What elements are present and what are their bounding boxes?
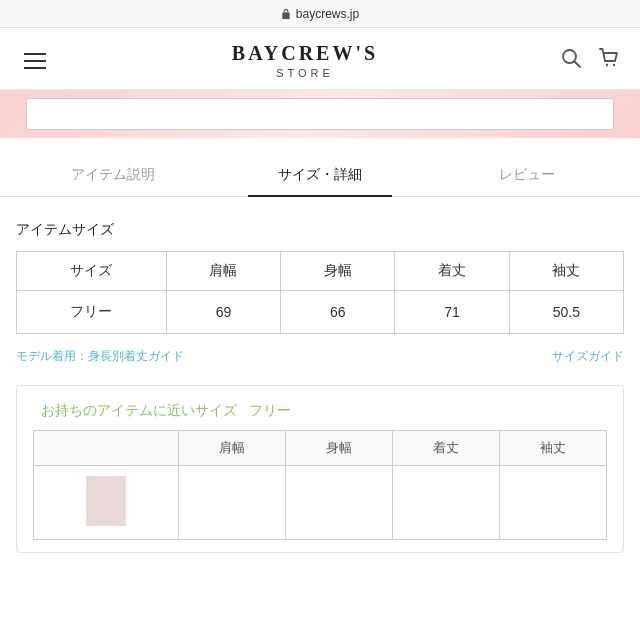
- brand-logo: BAYCREW'S STORE: [232, 42, 378, 79]
- rec-cell-sleeve: [500, 466, 607, 540]
- cell-length: 71: [395, 291, 509, 334]
- recommend-box: お持ちのアイテムに近いサイズ フリー 肩幅 身幅 着丈 袖丈: [16, 385, 624, 553]
- svg-point-3: [606, 64, 608, 66]
- content-area: アイテムサイズ サイズ 肩幅 身幅 着丈 袖丈 フリー 69 66 71 50.…: [0, 197, 640, 569]
- recommend-title: お持ちのアイテムに近いサイズ フリー: [33, 402, 607, 420]
- pink-banner: [0, 90, 640, 138]
- cell-size: フリー: [17, 291, 167, 334]
- tabs-container: アイテム説明 サイズ・詳細 レビュー: [0, 156, 640, 197]
- col-body: 身幅: [281, 252, 395, 291]
- menu-button[interactable]: [20, 49, 50, 73]
- col-sleeve: 袖丈: [509, 252, 623, 291]
- rec-col-body: 身幅: [286, 431, 393, 466]
- col-shoulder: 肩幅: [166, 252, 280, 291]
- table-row: フリー 69 66 71 50.5: [17, 291, 624, 334]
- brand-sub: STORE: [232, 67, 378, 79]
- rec-col-length: 着丈: [393, 431, 500, 466]
- brand-name: BAYCREW'S: [232, 42, 378, 65]
- product-thumbnail: [86, 476, 126, 526]
- rec-cell-length: [393, 466, 500, 540]
- cell-sleeve: 50.5: [509, 291, 623, 334]
- status-bar: baycrews.jp: [0, 0, 640, 28]
- cell-body: 66: [281, 291, 395, 334]
- tab-review[interactable]: レビュー: [423, 156, 630, 196]
- svg-line-2: [574, 62, 580, 68]
- recommend-size-label: フリー: [249, 402, 291, 418]
- rec-cell-body: [286, 466, 393, 540]
- rec-col-shoulder: 肩幅: [179, 431, 286, 466]
- cart-icon[interactable]: [598, 47, 620, 74]
- tab-size[interactable]: サイズ・詳細: [217, 156, 424, 196]
- header-icons: [560, 47, 620, 74]
- col-length: 着丈: [395, 252, 509, 291]
- recommend-table: 肩幅 身幅 着丈 袖丈: [33, 430, 607, 540]
- search-input[interactable]: [26, 98, 615, 130]
- url-text: baycrews.jp: [296, 7, 359, 21]
- recommend-row: [34, 466, 607, 540]
- size-table: サイズ 肩幅 身幅 着丈 袖丈 フリー 69 66 71 50.5: [16, 251, 624, 334]
- search-icon[interactable]: [560, 47, 582, 74]
- svg-point-4: [613, 64, 615, 66]
- model-guide-link[interactable]: モデル着用：身長別着丈ガイド: [16, 348, 184, 365]
- rec-col-img: [34, 431, 179, 466]
- cell-shoulder: 69: [166, 291, 280, 334]
- lock-icon: [281, 8, 291, 20]
- tab-description[interactable]: アイテム説明: [10, 156, 217, 196]
- size-guide-link[interactable]: サイズガイド: [552, 348, 624, 365]
- rec-cell-shoulder: [179, 466, 286, 540]
- svg-rect-0: [282, 12, 289, 18]
- size-section-title: アイテムサイズ: [16, 221, 624, 239]
- rec-col-sleeve: 袖丈: [500, 431, 607, 466]
- col-size: サイズ: [17, 252, 167, 291]
- rec-cell-img: [34, 466, 179, 540]
- guide-links: モデル着用：身長別着丈ガイド サイズガイド: [16, 348, 624, 365]
- header: BAYCREW'S STORE: [0, 28, 640, 90]
